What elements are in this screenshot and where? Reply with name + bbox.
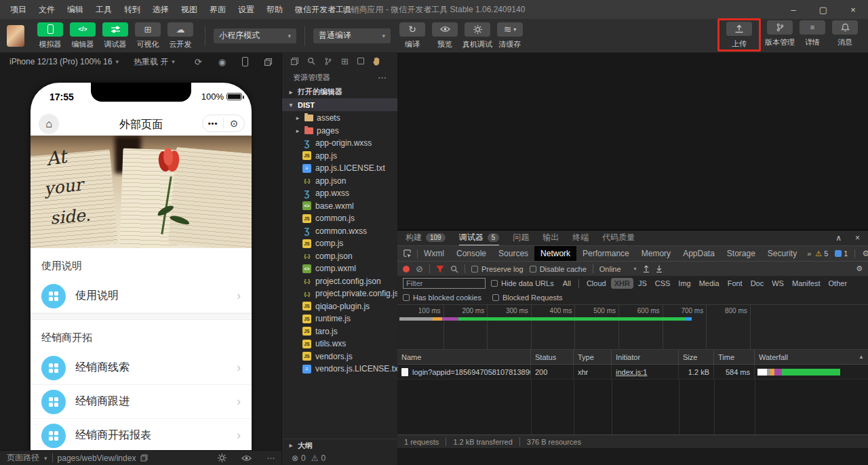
panel-tab-输出[interactable]: 输出 [542, 230, 559, 245]
menu-item[interactable]: 设置 [232, 0, 260, 19]
file-item[interactable]: {..}project.config.json [282, 275, 397, 288]
menu-item[interactable]: 项目 [4, 0, 33, 19]
menu-item[interactable]: 帮助 [260, 0, 289, 19]
export-har-icon[interactable] [656, 265, 663, 272]
preview-button[interactable]: 预览 [429, 22, 460, 49]
file-item[interactable]: JSvendors.js [282, 350, 397, 363]
copy-path-icon[interactable] [141, 455, 148, 462]
file-item[interactable]: JScomp.js [282, 237, 397, 250]
more-tabs-icon[interactable]: » [803, 249, 815, 258]
file-item[interactable]: {..}app.json [282, 175, 397, 188]
upload-button[interactable]: 上传 [724, 22, 755, 49]
maximize-button[interactable]: ▢ [808, 0, 838, 19]
outline-section[interactable]: ▸ 大纲 [282, 439, 397, 451]
file-item[interactable]: JSapp.js [282, 150, 397, 163]
column-header-size[interactable]: Size [679, 350, 714, 364]
open-editors-section[interactable]: ▸ 打开的编辑器 [282, 85, 397, 98]
compile-dropdown[interactable]: 普通编译 ▾ [313, 28, 391, 43]
type-filter-css[interactable]: CSS [652, 278, 674, 289]
warnings-badge[interactable]: ⚠5 [815, 249, 828, 258]
type-filter-cloud[interactable]: Cloud [583, 278, 610, 289]
preserve-log-checkbox[interactable]: Preserve log [471, 265, 524, 273]
has-blocked-cookies-checkbox[interactable]: Has blocked cookies [403, 294, 481, 302]
list-item[interactable]: 使用说明› [31, 279, 252, 313]
close-panel-icon[interactable]: × [855, 234, 860, 242]
network-timeline-overview[interactable]: 100 ms200 ms300 ms400 ms500 ms600 ms700 … [397, 304, 868, 350]
tab-console[interactable]: Console [450, 246, 492, 262]
more-dots-icon[interactable]: ⋯ [378, 73, 387, 83]
device-debug-icon[interactable] [218, 453, 226, 462]
gear-icon[interactable]: ⚙ [862, 249, 868, 258]
file-item[interactable]: {..}project.private.config.js... [282, 287, 397, 300]
blocked-requests-checkbox[interactable]: Blocked Requests [492, 294, 563, 302]
simulator-button[interactable]: 模拟器 [35, 22, 66, 49]
import-har-icon[interactable] [643, 265, 650, 272]
file-item[interactable]: Ʒcommon.wxss [282, 225, 397, 238]
file-item[interactable]: ≡app.js.LICENSE.txt [282, 162, 397, 175]
hand-icon[interactable] [373, 57, 380, 66]
filter-input[interactable] [403, 278, 486, 289]
menu-item[interactable]: 工具 [90, 0, 118, 19]
issues-badge[interactable]: 1 [835, 249, 848, 258]
files-icon[interactable] [291, 58, 298, 65]
inspect-element-icon[interactable] [397, 249, 417, 258]
mode-dropdown[interactable]: 小程序模式 ▾ [214, 28, 296, 43]
panel-tab-问题[interactable]: 问题 [513, 230, 529, 245]
menu-item[interactable]: 转到 [118, 0, 146, 19]
file-item[interactable]: ≡vendors.js.LICENSE.txt [282, 363, 397, 376]
more-menu-button[interactable]: ••• [203, 119, 223, 127]
file-item[interactable]: <>base.wxml [282, 200, 397, 213]
more-dots-icon[interactable]: ⋯ [267, 454, 275, 462]
tab-storage[interactable]: Storage [721, 246, 762, 262]
cascade-windows-icon[interactable] [264, 58, 272, 66]
file-item[interactable]: JSutils.wxs [282, 338, 397, 350]
clear-network-icon[interactable]: ⊘ [416, 264, 423, 273]
folder-item[interactable]: ▸assets [282, 111, 397, 124]
rotate-icon[interactable]: ⟳ [195, 58, 202, 66]
hide-data-urls-checkbox[interactable]: Hide data URLs [491, 279, 554, 287]
column-header-name[interactable]: Name [397, 350, 531, 364]
file-item[interactable]: {..}comp.json [282, 250, 397, 263]
tab-performance[interactable]: Performance [576, 246, 635, 262]
tab-security[interactable]: Security [762, 246, 803, 262]
type-filter-all[interactable]: All [559, 278, 574, 289]
menu-item[interactable]: 视图 [175, 0, 203, 19]
extensions-icon[interactable]: ⊞ [341, 57, 349, 66]
eye-icon[interactable] [241, 455, 252, 462]
minimize-button[interactable]: – [778, 0, 808, 19]
tab-network[interactable]: Network [534, 246, 576, 262]
device-debug-button[interactable]: 真机调试 [462, 22, 493, 49]
file-item[interactable]: Ʒapp.wxss [282, 187, 397, 200]
tab-appdata[interactable]: AppData [677, 246, 721, 262]
details-button[interactable]: ≡详情 [797, 20, 828, 47]
device-selector[interactable]: iPhone 12/13 (Pro) 100% 16 [9, 57, 112, 66]
tab-memory[interactable]: Memory [635, 246, 677, 262]
hot-reload-toggle[interactable]: 热重载 开 [134, 56, 168, 68]
list-item[interactable]: 经销商开拓报表› [31, 419, 252, 450]
disable-cache-checkbox[interactable]: Disable cache [530, 265, 587, 273]
table-row[interactable]: login?appid=1856947058107813890...200xhr… [397, 365, 868, 380]
cell-initiator[interactable]: index.js:1 [612, 365, 679, 379]
type-filter-ws[interactable]: WS [768, 278, 787, 289]
type-filter-xhr[interactable]: XHR [611, 278, 633, 289]
visualization-button[interactable]: ⊞可视化 [132, 22, 163, 49]
type-filter-manifest[interactable]: Manifest [789, 278, 824, 289]
record-network-button[interactable] [403, 266, 410, 272]
editor-layout-icon[interactable] [357, 58, 364, 64]
clear-cache-button[interactable]: ≋▾清缓存 [494, 22, 526, 49]
menu-item[interactable]: 界面 [203, 0, 232, 19]
file-item[interactable]: Ʒapp-origin.wxss [282, 137, 397, 150]
root-folder-dist[interactable]: ▾ DIST [282, 98, 397, 111]
column-header-type[interactable]: Type [574, 350, 612, 364]
folder-item[interactable]: ▸pages [282, 124, 397, 137]
column-header-initiator[interactable]: Initiator [612, 350, 679, 364]
file-item[interactable]: <>comp.wxml [282, 262, 397, 275]
type-filter-doc[interactable]: Doc [747, 278, 768, 289]
panel-tab-终端[interactable]: 终端 [572, 230, 589, 245]
menu-item[interactable]: 编辑 [61, 0, 90, 19]
version-manage-button[interactable]: 版本管理 [764, 20, 795, 47]
search-icon[interactable] [307, 57, 315, 65]
list-item[interactable]: 经销商线索› [31, 351, 252, 385]
network-settings-gear-icon[interactable]: ⚙ [856, 265, 863, 272]
throttling-dropdown[interactable]: Online▾ [599, 265, 637, 273]
